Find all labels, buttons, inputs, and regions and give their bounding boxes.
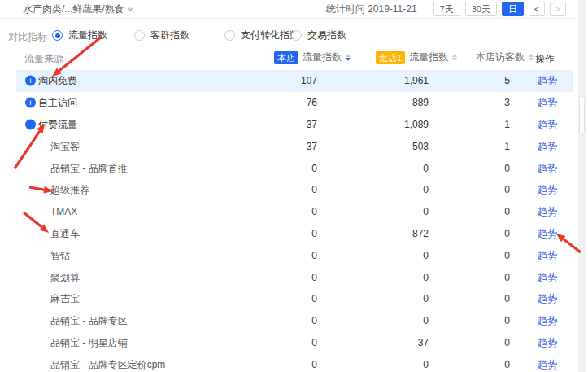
trend-link[interactable]: 趋势 [538,248,557,262]
traffic-source-name: 品销宝 - 明星店铺 [50,335,128,349]
range-button-day[interactable]: 日 [502,2,524,16]
table-row[interactable]: 品销宝 - 品牌专区定价cpm000趋势 [0,353,577,372]
shop-index-value: 37 [307,141,317,152]
table-row[interactable]: 超级推荐000趋势 [0,179,577,201]
radio-unselected-icon[interactable] [291,30,302,41]
competitor-badge: 竞店1 [376,51,405,64]
compare-metric-label: 对比指标 [8,30,47,44]
table-row[interactable]: 直通车08720趋势 [0,223,577,245]
sort-icon-competitor-index[interactable] [452,54,457,62]
trend-link[interactable]: 趋势 [538,161,557,175]
column-action: 操作 [535,52,555,66]
shop-index-value: 0 [311,184,317,195]
sort-icon-shop-index[interactable] [346,54,351,62]
radio-unselected-icon[interactable] [134,30,145,41]
shop-index-value: 0 [311,315,317,326]
trend-link[interactable]: 趋势 [538,226,557,240]
trend-link[interactable]: 趋势 [538,314,557,328]
competitor-index-value: 0 [423,293,429,304]
competitor-index-value: 0 [423,359,429,370]
trend-link[interactable]: 趋势 [538,74,557,88]
trend-link[interactable]: 趋势 [538,139,557,153]
shop-index-value: 0 [311,293,317,304]
expand-icon[interactable]: + [25,98,36,108]
table-row[interactable]: 品销宝 - 品牌专区000趋势 [0,310,577,332]
shop-visitors-value: 0 [504,315,510,326]
category-label: 水产肉类/...鲜蔬果/熟食 [23,2,124,16]
scrollbar-thumb[interactable] [579,96,585,135]
metric-radio-3[interactable]: 交易指数 [291,28,346,42]
radio-selected-icon[interactable] [52,30,63,41]
expand-icon[interactable]: + [25,76,36,86]
metric-radio-0[interactable]: 流量指数 [52,28,107,42]
metric-radio-label: 客群指数 [150,28,189,42]
table-row[interactable]: 品销宝 - 品牌首推000趋势 [0,157,577,179]
table-row[interactable]: 麻吉宝000趋势 [0,288,577,310]
shop-index-value: 0 [311,272,317,283]
column-competitor-traffic-index: 竞店1 流量指数 [376,50,457,64]
date-range-group: 7天30天日 [429,2,524,16]
table-row[interactable]: 智钻000趋势 [0,244,577,266]
table-row[interactable]: 聚划算000趋势 [0,266,577,288]
traffic-source-name: 超级推荐 [50,183,89,197]
topbar: 水产肉类/...鲜蔬果/熟食 ∨ 统计时间 2019-11-21 7天30天日 … [0,0,577,19]
column-shop-visitors: 本店访客数 [476,50,534,64]
shop-index-value: 76 [307,97,317,108]
table-row[interactable]: −付费流量371,0891趋势 [0,114,577,136]
trend-link[interactable]: 趋势 [538,96,557,110]
traffic-source-name: 聚划算 [50,270,80,284]
trend-link[interactable]: 趋势 [538,183,557,197]
trend-link[interactable]: 趋势 [538,292,557,306]
shop-visitors-value: 0 [504,293,510,304]
stat-time-label: 统计时间 2019-11-21 [326,2,417,16]
trend-link[interactable]: 趋势 [538,357,557,371]
shop-visitors-value: 0 [504,163,510,174]
traffic-source-name: 自主访问 [38,96,77,110]
metric-radio-2[interactable]: 支付转化指数 [224,28,299,42]
next-day-button[interactable]: > [550,2,566,16]
table-row[interactable]: 淘宝客375031趋势 [0,135,577,157]
table-row[interactable]: +自主访问768893趋势 [0,92,577,114]
traffic-source-name: 品销宝 - 品牌专区 [50,314,128,328]
sort-icon-shop-visitors[interactable] [529,54,534,62]
table-row[interactable]: 品销宝 - 明星店铺0370趋势 [0,332,577,354]
competitor-index-value: 37 [418,337,429,348]
radio-unselected-icon[interactable] [224,30,235,41]
scrollbar-track[interactable] [578,0,586,372]
prev-day-button[interactable]: < [529,2,545,16]
shop-index-value: 0 [311,359,317,370]
table-row[interactable]: TMAX000趋势 [0,201,577,223]
trend-link[interactable]: 趋势 [538,117,557,131]
shop-visitors-value: 5 [504,75,510,86]
shop-index-value: 0 [311,250,317,261]
compare-metric-row: 对比指标 流量指数客群指数支付转化指数交易指数 [0,19,577,46]
shop-visitors-value: 3 [504,97,510,108]
shop-badge: 本店 [274,51,298,64]
trend-link[interactable]: 趋势 [538,205,557,219]
traffic-source-name: 麻吉宝 [50,292,80,306]
trend-link[interactable]: 趋势 [538,335,557,349]
competitor-index-value: 0 [423,206,429,217]
shop-visitors-value: 0 [504,184,510,195]
trend-link[interactable]: 趋势 [538,270,557,284]
shop-index-value: 107 [301,75,317,86]
traffic-source-name: 付费流量 [38,117,77,131]
range-button-30d[interactable]: 30天 [465,2,497,16]
shop-index-value: 0 [311,206,317,217]
traffic-source-name: 智钻 [50,248,70,262]
shop-visitors-value: 0 [504,250,510,261]
competitor-index-value: 1,961 [404,75,429,86]
shop-visitors-value: 0 [504,228,510,239]
traffic-source-name: 淘宝客 [50,139,80,153]
competitor-index-value: 0 [423,250,429,261]
competitor-index-value: 0 [423,184,429,195]
metric-radio-1[interactable]: 客群指数 [134,28,189,42]
range-button-7d[interactable]: 7天 [433,2,460,16]
category-selector[interactable]: 水产肉类/...鲜蔬果/熟食 ∨ [23,2,133,16]
shop-index-value: 37 [307,119,317,130]
shop-visitors-value: 0 [504,272,510,283]
competitor-index-value: 0 [423,315,429,326]
table-row[interactable]: +淘内免费1071,9615趋势 [0,70,577,92]
traffic-source-name: 淘内免费 [38,74,77,88]
collapse-icon[interactable]: − [25,119,36,129]
